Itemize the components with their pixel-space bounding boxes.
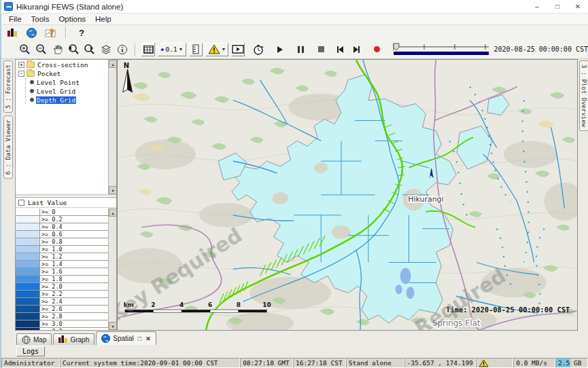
- contour-interval-dropdown[interactable]: ● 0.1 ▼: [158, 43, 186, 56]
- bottom-tab-bar: Map Graph Spatial □ ✕: [1, 331, 588, 345]
- legend-row[interactable]: >= 3.0: [16, 320, 108, 328]
- tab-plot-overview[interactable]: 3 : Plot Overview: [579, 60, 588, 131]
- chevron-down-icon: ▼: [179, 47, 184, 52]
- pause-button[interactable]: [294, 43, 307, 56]
- tab-close-icon[interactable]: ✕: [144, 335, 151, 342]
- legend-swatch: [16, 231, 40, 238]
- warning-icon: [208, 44, 220, 54]
- info-button[interactable]: [116, 43, 129, 56]
- map-svg: Hikurangi Springs Flat N km 2 4 6 8 10: [118, 60, 577, 330]
- graph-icon: [58, 335, 67, 344]
- scroll-down-icon[interactable]: ▼: [109, 322, 116, 330]
- legend-row[interactable]: >= 0.2: [16, 216, 108, 223]
- legend-label: >= 1.6: [40, 268, 108, 275]
- layers-button[interactable]: [99, 43, 113, 56]
- tab-data-viewer[interactable]: 6 : Data Viewer: [3, 115, 13, 179]
- legend-row[interactable]: >= 3.2: [16, 328, 108, 330]
- tree-item-depth-grid[interactable]: Depth Grid: [25, 96, 116, 104]
- legend-row[interactable]: >= 0: [16, 208, 108, 216]
- hand-icon: [52, 44, 63, 55]
- scroll-down-icon[interactable]: ▼: [109, 186, 116, 194]
- collapse-icon[interactable]: -: [18, 71, 24, 77]
- legend-row[interactable]: >= 2.2: [16, 291, 108, 298]
- legend-row[interactable]: >= 1.2: [16, 253, 108, 261]
- maximize-button[interactable]: □: [547, 0, 568, 13]
- play-button[interactable]: [273, 43, 287, 56]
- legend-row[interactable]: >= 1.8: [16, 276, 108, 283]
- main-toolbar: ?: [1, 25, 588, 40]
- legend-scrollbar[interactable]: ▲ ▼: [108, 208, 116, 330]
- animation-window-button[interactable]: [231, 43, 245, 56]
- animation-timer-button[interactable]: [252, 43, 265, 56]
- scroll-up-icon[interactable]: ▲: [109, 60, 116, 68]
- logs-button[interactable]: Logs: [16, 346, 45, 356]
- filter-tree: + Cross-section - Pocket Level Point Lev…: [16, 60, 116, 196]
- step-back-button[interactable]: [333, 43, 347, 56]
- stop-button[interactable]: [314, 43, 328, 56]
- legend-row[interactable]: >= 1.4: [16, 261, 108, 268]
- minimize-button[interactable]: –: [527, 0, 547, 13]
- spatial-display-button[interactable]: [24, 26, 38, 39]
- svg-text:4: 4: [179, 301, 184, 308]
- legend-row[interactable]: >= 2.8: [16, 313, 108, 320]
- zoom-in-button[interactable]: [18, 43, 31, 56]
- legend-row[interactable]: >= 2.4: [16, 298, 108, 306]
- tree-item-pocket[interactable]: - Pocket: [18, 69, 116, 77]
- database-viewer-button[interactable]: [5, 26, 19, 39]
- tab-spatial[interactable]: Spatial □ ✕: [96, 331, 156, 345]
- legend-row[interactable]: >= 2.0: [16, 283, 108, 291]
- map-toolbar: ● 0.1 ▼ ▼: [1, 40, 588, 59]
- status-gmt-time: 08:27:18 GMT: [240, 358, 293, 368]
- zoom-out-button[interactable]: [34, 43, 48, 56]
- last-value-checkbox[interactable]: [18, 200, 24, 206]
- tree-scrollbar[interactable]: ▲ ▼: [108, 60, 116, 194]
- interval-value: 0.1: [165, 45, 177, 53]
- help-button[interactable]: ?: [75, 26, 88, 39]
- thresholds-dropdown[interactable]: ▼: [205, 43, 229, 56]
- ruler-icon: [192, 44, 200, 54]
- timeline-thumb[interactable]: [394, 43, 399, 50]
- clock-icon: [253, 44, 264, 55]
- menu-tools[interactable]: Tools: [27, 14, 54, 24]
- record-icon: [374, 46, 380, 52]
- scroll-up-icon[interactable]: ▲: [109, 208, 116, 217]
- pause-icon: [298, 46, 304, 53]
- close-button[interactable]: ✕: [568, 0, 588, 13]
- pan-button[interactable]: [50, 43, 64, 56]
- legend-row[interactable]: >= 1.6: [16, 268, 108, 276]
- legend-row[interactable]: >= 0.6: [16, 231, 108, 238]
- warning-icon: [479, 359, 489, 367]
- tree-item-level-grid[interactable]: Level Grid: [25, 87, 116, 95]
- ruler-button[interactable]: [189, 43, 203, 56]
- legend-row[interactable]: >= 0.4: [16, 223, 108, 231]
- legend-row[interactable]: >= 1.0: [16, 246, 108, 253]
- chevron-down-icon: ▼: [222, 47, 226, 52]
- legend-row[interactable]: >= 2.6: [16, 306, 108, 313]
- wire-globe-icon: [22, 335, 31, 344]
- tree-item-level-point[interactable]: Level Point: [25, 78, 116, 86]
- menu-file[interactable]: File: [4, 14, 27, 24]
- window-controls: – □ ✕: [527, 0, 588, 13]
- menu-options[interactable]: Options: [54, 14, 90, 24]
- svg-text:N: N: [124, 62, 129, 69]
- record-button[interactable]: [370, 43, 383, 56]
- menu-help[interactable]: Help: [90, 14, 116, 24]
- dot-icon: ●: [160, 46, 164, 53]
- legend-row[interactable]: >= 0.8: [16, 238, 108, 246]
- tab-graph[interactable]: Graph: [53, 333, 94, 345]
- status-local-time: 16:27:18 CST: [293, 358, 346, 368]
- map-canvas[interactable]: Hikurangi Springs Flat N km 2 4 6 8 10: [117, 59, 578, 331]
- timeline-slider[interactable]: [392, 42, 488, 57]
- step-forward-button[interactable]: [349, 43, 363, 56]
- status-warning-cell[interactable]: [476, 358, 513, 368]
- tab-map[interactable]: Map: [16, 333, 52, 345]
- expand-icon[interactable]: +: [18, 62, 24, 68]
- timeseries-display-button[interactable]: [44, 26, 57, 39]
- tab-maximize-icon[interactable]: □: [137, 335, 141, 342]
- zoom-next-button[interactable]: [83, 43, 97, 56]
- tree-item-cross-section[interactable]: + Cross-section: [18, 60, 116, 69]
- tab-forecast[interactable]: 5 : Forecast: [3, 60, 13, 113]
- grid-display-button[interactable]: [141, 43, 155, 56]
- zoom-previous-button[interactable]: [67, 43, 80, 56]
- legend-swatch: [16, 328, 40, 330]
